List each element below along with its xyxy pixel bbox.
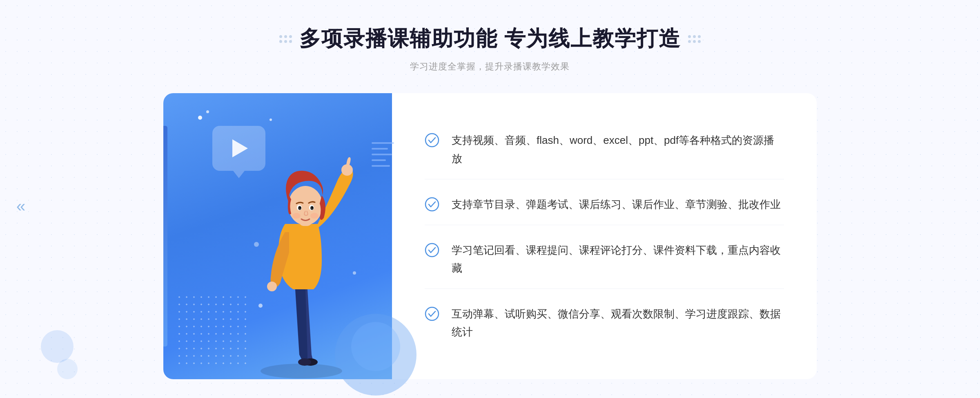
svg-point-6 — [288, 186, 323, 225]
dot — [289, 40, 292, 43]
dot — [693, 35, 696, 38]
left-decorative-dots — [279, 35, 292, 43]
deco-line — [372, 142, 394, 144]
subtitle: 学习进度全掌握，提升录播课教学效果 — [279, 60, 701, 73]
left-deco-circle-2 — [57, 359, 78, 379]
feature-item-3: 学习笔记回看、课程提问、课程评论打分、课件资料下载，重点内容收藏 — [425, 230, 784, 289]
check-icon-1 — [425, 133, 439, 148]
svg-point-17 — [254, 242, 259, 247]
svg-point-4 — [267, 282, 277, 291]
page-wrapper: 多项录播课辅助功能 专为线上教学打造 学习进度全掌握，提升录播课教学效果 « — [0, 0, 980, 398]
svg-point-21 — [425, 307, 439, 320]
feature-item-4: 互动弹幕、试听购买、微信分享、观看次数限制、学习进度跟踪、数据统计 — [425, 293, 784, 352]
dot — [688, 40, 691, 43]
feature-text-3: 学习笔记回看、课程提问、课程评论打分、课件资料下载，重点内容收藏 — [452, 241, 784, 277]
header-title-row: 多项录播课辅助功能 专为线上教学打造 — [279, 25, 701, 53]
right-decorative-dots — [688, 35, 701, 43]
svg-point-12 — [312, 207, 313, 208]
content-area: 支持视频、音频、flash、word、excel、ppt、pdf等各种格式的资源… — [163, 93, 817, 379]
person-illustration — [236, 142, 375, 379]
sparkle-decoration-3 — [270, 119, 272, 121]
feature-text-2: 支持章节目录、弹题考试、课后练习、课后作业、章节测验、批改作业 — [452, 195, 781, 213]
feature-text-4: 互动弹幕、试听购买、微信分享、观看次数限制、学习进度跟踪、数据统计 — [452, 305, 784, 341]
check-icon-3 — [425, 243, 439, 257]
svg-point-14 — [310, 213, 318, 219]
decorative-lines — [372, 142, 396, 175]
dot — [688, 35, 691, 38]
check-icon-2 — [425, 197, 439, 212]
svg-point-16 — [353, 271, 356, 275]
dot — [698, 35, 701, 38]
svg-point-15 — [258, 304, 263, 308]
sparkle-decoration-1 — [198, 116, 202, 120]
dot — [284, 40, 287, 43]
feature-text-1: 支持视频、音频、flash、word、excel、ppt、pdf等各种格式的资源… — [452, 131, 784, 167]
dot — [698, 40, 701, 43]
dot — [284, 35, 287, 38]
check-icon-4 — [425, 306, 439, 321]
accent-bar — [163, 126, 167, 347]
main-title: 多项录播课辅助功能 专为线上教学打造 — [299, 25, 681, 53]
dot — [279, 40, 282, 43]
header-section: 多项录播课辅助功能 专为线上教学打造 学习进度全掌握，提升录播课教学效果 — [279, 25, 701, 73]
svg-point-11 — [299, 207, 301, 208]
svg-point-3 — [341, 164, 353, 176]
feature-item-2: 支持章节目录、弹题考试、课后练习、课后作业、章节测验、批改作业 — [425, 184, 784, 225]
svg-point-19 — [425, 198, 439, 211]
feature-item-1: 支持视频、音频、flash、word、excel、ppt、pdf等各种格式的资源… — [425, 120, 784, 179]
svg-point-20 — [425, 244, 439, 257]
svg-point-18 — [425, 134, 439, 147]
dot — [279, 35, 282, 38]
svg-point-13 — [292, 213, 301, 219]
features-panel: 支持视频、音频、flash、word、excel、ppt、pdf等各种格式的资源… — [392, 93, 817, 379]
svg-point-0 — [261, 364, 342, 378]
dot — [693, 40, 696, 43]
dot — [289, 35, 292, 38]
svg-point-2 — [298, 358, 311, 366]
sparkle-decoration-2 — [206, 110, 209, 113]
left-deco-circle — [41, 330, 74, 363]
illustration-panel — [163, 93, 392, 379]
left-chevron-nav[interactable]: « — [16, 197, 22, 215]
